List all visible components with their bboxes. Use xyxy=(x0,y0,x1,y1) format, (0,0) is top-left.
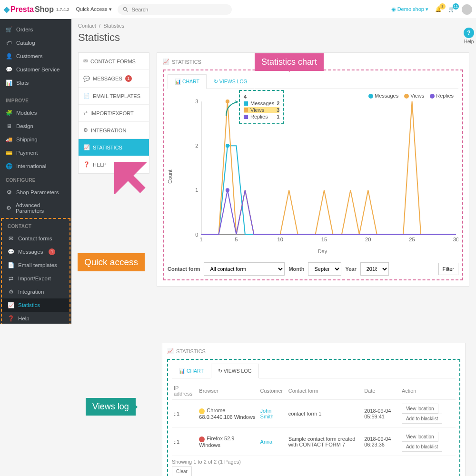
annotation-views-log: Views log xyxy=(86,398,136,416)
chat-icon: 💬 xyxy=(6,66,12,73)
nav-item-messages[interactable]: 💬Messages1 xyxy=(2,245,69,258)
nav-item-email-templates[interactable]: 📄Email templates xyxy=(2,258,69,272)
page-title: Statistics xyxy=(78,31,469,44)
views-log-panel: 📈STATISTICS 📊 CHART ↻ VIEWS LOG IP addre… xyxy=(162,343,466,476)
nav-item-statistics[interactable]: 📈Statistics xyxy=(2,298,69,312)
nav-item-catalog[interactable]: 🏷Catalog xyxy=(0,36,71,50)
mail-icon: ✉ xyxy=(83,58,88,64)
brand-logo: ◆PrestaShop 1.7.4.2 xyxy=(4,5,69,14)
svg-text:2: 2 xyxy=(195,143,198,149)
tab-chart[interactable]: 📊 CHART xyxy=(168,74,207,89)
svg-line-16 xyxy=(120,168,143,190)
arrow-green-icon xyxy=(224,99,243,119)
svg-text:5: 5 xyxy=(235,237,238,242)
nav-item-stats[interactable]: 📊Stats xyxy=(0,76,71,89)
tab-views-log-2[interactable]: ↻ VIEWS LOG xyxy=(211,364,259,378)
sidebar-header-configure: CONFIGURE xyxy=(0,173,71,186)
table-summary: Showing 1 to 2 of 2 (1 Pages) xyxy=(172,459,456,465)
svg-text:10: 10 xyxy=(277,237,283,242)
chart-svg: 0123151015202530 xyxy=(187,98,458,245)
chart-legend: MessagesViewsReplies xyxy=(368,93,454,99)
nav-item-orders[interactable]: 🛒Orders xyxy=(0,23,71,36)
msg-icon: 💬 xyxy=(8,248,14,255)
nav-item-messages[interactable]: 💬MESSAGES1 xyxy=(79,70,149,88)
gear-icon: ⚙ xyxy=(8,288,14,295)
search-input[interactable] xyxy=(132,7,227,12)
svg-text:25: 25 xyxy=(409,237,415,242)
main-sidebar: 🛒Orders🏷Catalog👤Customers💬Customer Servi… xyxy=(0,19,71,324)
mail-icon: ✉ xyxy=(8,235,14,242)
tag-icon: 🏷 xyxy=(6,40,12,46)
demo-shop-link[interactable]: ◉ Demo shop ▾ xyxy=(391,6,428,12)
nav-item-modules[interactable]: 🧩Modules xyxy=(0,106,71,119)
nav-item-international[interactable]: 🌐International xyxy=(0,159,71,173)
swap-icon: ⇄ xyxy=(8,275,14,282)
svg-text:0: 0 xyxy=(195,232,198,238)
tab-chart-2[interactable]: 📊 CHART xyxy=(172,364,211,378)
search-box[interactable] xyxy=(118,4,232,15)
add-blacklist-button[interactable]: Add to blacklist xyxy=(402,414,442,424)
nav-item-shipping[interactable]: 🚚Shipping xyxy=(0,133,71,146)
month-select[interactable]: Septemb xyxy=(308,262,341,276)
nav-item-statistics[interactable]: 📈STATISTICS xyxy=(79,139,149,156)
nav-item-import-export[interactable]: ⇄Import/Export xyxy=(2,272,69,285)
globe-icon: 🌐 xyxy=(6,163,12,169)
chart-tooltip: 4Messages2Views3Replies1 xyxy=(239,90,284,124)
card-icon: 💳 xyxy=(6,149,12,156)
chart-icon: 📈 xyxy=(8,302,14,308)
views-log-table: IP address Browser Customer Contact form… xyxy=(172,382,456,456)
x-axis-label: Day xyxy=(187,248,458,254)
sidebar-contact-highlight: CONTACT ✉Contact forms💬Messages1📄Email t… xyxy=(1,218,70,324)
sidebar-header-contact: CONTACT xyxy=(2,219,69,232)
chart-line-icon: 📈 xyxy=(167,348,174,354)
filter-button[interactable]: Filter xyxy=(438,263,458,275)
help-icon: ❓ xyxy=(8,315,14,322)
nav-item-customer-service[interactable]: 💬Customer Service xyxy=(0,63,71,76)
statistics-panel: 📈 STATISTICS 📊 CHART ↻ VIEWS LOG Count M… xyxy=(157,52,469,287)
sidebar-sec-sell: 🛒Orders🏷Catalog👤Customers💬Customer Servi… xyxy=(0,19,71,93)
add-blacklist-button[interactable]: Add to blacklist xyxy=(402,442,442,452)
user-icon: 👤 xyxy=(6,53,12,60)
nav-item-integration[interactable]: ⚙Integration xyxy=(2,285,69,298)
view-location-button[interactable]: View location xyxy=(402,432,438,442)
breadcrumb: Contact / Statistics xyxy=(78,23,469,29)
svg-text:3: 3 xyxy=(195,99,198,104)
chart-icon: 📈 xyxy=(83,144,90,150)
nav-item-design[interactable]: 🖥Design xyxy=(0,119,71,133)
cart-icon[interactable]: 🛒11 xyxy=(448,6,455,12)
tab-views-log[interactable]: ↻ VIEWS LOG xyxy=(207,74,255,89)
chart-area: Count MessagesViewsReplies 4Messages2Vie… xyxy=(168,93,458,255)
nav-item-email-templates[interactable]: 📄EMAIL TEMPLATES xyxy=(79,88,149,105)
nav-item-import-export[interactable]: ⇄IMPORT/EXPORT xyxy=(79,105,149,122)
annotation-stats-chart: Statistics chart xyxy=(255,53,324,71)
nav-item-integration[interactable]: ⚙INTEGRATION xyxy=(79,122,149,139)
svg-point-13 xyxy=(226,144,229,148)
gear-icon: ⚙ xyxy=(6,205,12,211)
msg-icon: 💬 xyxy=(83,76,90,82)
clear-button[interactable]: Clear xyxy=(172,466,192,476)
gear-icon: ⚙ xyxy=(6,189,12,196)
view-location-button[interactable]: View location xyxy=(402,404,438,414)
chart-filters: Contact form All contact form Month Sept… xyxy=(168,262,458,276)
desktop-icon: 🖥 xyxy=(6,123,12,129)
contact-form-select[interactable]: All contact form xyxy=(204,262,285,276)
nav-item-help[interactable]: ❓Help xyxy=(2,312,69,324)
gear-icon: ⚙ xyxy=(83,127,88,133)
quick-access-menu[interactable]: Quick Access ▾ xyxy=(76,6,111,12)
nav-item-contact-forms[interactable]: ✉CONTACT FORMS xyxy=(79,53,149,70)
nav-item-contact-forms[interactable]: ✉Contact forms xyxy=(2,232,69,245)
nav-item-advanced-parameters[interactable]: ⚙Advanced Parameters xyxy=(0,199,71,217)
stats-icon: 📊 xyxy=(6,79,12,86)
nav-item-payment[interactable]: 💳Payment xyxy=(0,146,71,159)
nav-item-shop-parameters[interactable]: ⚙Shop Parameters xyxy=(0,186,71,199)
nav-item-customers[interactable]: 👤Customers xyxy=(0,50,71,63)
search-icon xyxy=(122,6,129,13)
doc-icon: 📄 xyxy=(83,93,90,99)
year-select[interactable]: 2018 xyxy=(360,262,389,276)
avatar[interactable] xyxy=(462,4,472,15)
svg-text:20: 20 xyxy=(365,237,371,242)
svg-text:15: 15 xyxy=(321,237,327,242)
help-icon: ❓ xyxy=(83,161,90,168)
puzzle-icon: 🧩 xyxy=(6,109,12,116)
notifications-icon[interactable]: 🔔3 xyxy=(435,6,442,12)
